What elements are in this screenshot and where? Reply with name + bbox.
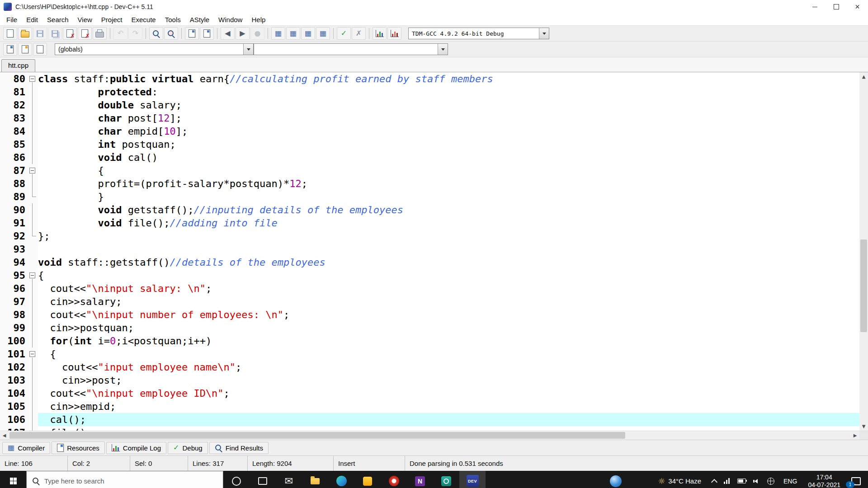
tab-label: Find Results (226, 444, 263, 452)
start-button[interactable] (0, 471, 26, 488)
new-source-button[interactable] (3, 27, 17, 40)
save-all-button[interactable] (48, 27, 62, 40)
notification-center-button[interactable]: 1 (846, 471, 868, 488)
taskbar-circle-app[interactable] (610, 475, 622, 487)
signal-icon (724, 478, 730, 484)
redo-button[interactable]: ↷ (128, 27, 142, 40)
scroll-left-button[interactable]: ◀ (0, 431, 9, 440)
file-explorer-app[interactable] (302, 471, 328, 488)
scrollbar-corner (859, 431, 868, 440)
menu-view[interactable]: View (73, 14, 97, 25)
insert-snippet-button[interactable] (3, 43, 17, 56)
rebuild-button[interactable]: ▦ (316, 27, 330, 40)
code-editor[interactable]: 80class staff:public virtual earn{//calc… (0, 72, 868, 431)
toggle-bookmark-button[interactable] (18, 43, 32, 56)
browser-app[interactable] (381, 471, 407, 488)
run-button[interactable]: ▦ (286, 27, 300, 40)
compiler-config-select[interactable]: TDM-GCC 4.9.2 64-bit Debug (408, 28, 549, 39)
menu-help[interactable]: Help (247, 14, 270, 25)
devcpp-app[interactable]: DEV (459, 471, 486, 488)
line-number: 91 (0, 216, 27, 230)
profile-button[interactable] (373, 27, 387, 40)
fold-toggle[interactable] (27, 347, 38, 361)
menu-window[interactable]: Window (214, 14, 247, 25)
stop-execution-button[interactable]: ✗ (352, 27, 366, 40)
taskbar-clock[interactable]: 17:04 04-07-2021 (802, 474, 846, 488)
code-area[interactable]: 80class staff:public virtual earn{//calc… (0, 72, 859, 431)
battery-indicator[interactable] (734, 471, 750, 488)
hidden-icons-chevron[interactable] (708, 471, 720, 488)
fold-margin (27, 334, 38, 347)
notes-app[interactable] (354, 471, 381, 488)
language-indicator[interactable]: ENG (778, 478, 802, 485)
back-button[interactable]: ◀ (221, 27, 235, 40)
tab-find-results[interactable]: Find Results (209, 442, 269, 454)
print-button[interactable] (93, 27, 107, 40)
horizontal-scroll-thumb[interactable] (9, 432, 625, 439)
compile-button[interactable]: ▦ (271, 27, 285, 40)
forward-button[interactable]: ▶ (236, 27, 250, 40)
fold-collapse-icon (29, 76, 35, 82)
win-icon: ▦ (8, 444, 14, 451)
fold-margin (27, 361, 38, 374)
undo-button[interactable]: ↶ (113, 27, 127, 40)
delete-profiling-button[interactable] (387, 27, 401, 40)
line-number: 85 (0, 138, 27, 151)
win-icon: ▦ (305, 30, 311, 37)
tab-compiler[interactable]: ▦Compiler (2, 442, 50, 454)
onenote-app[interactable]: N (407, 471, 433, 488)
code-text: int postquan; (38, 138, 859, 151)
class-browser-select[interactable]: (globals) (55, 43, 254, 55)
syntax-check-button[interactable]: ✓ (337, 27, 351, 40)
menu-file[interactable]: File (2, 14, 22, 25)
code-text: double salary; (38, 99, 859, 112)
scroll-down-button[interactable]: ▼ (859, 422, 868, 431)
scroll-right-button[interactable]: ▶ (851, 431, 859, 440)
chat-app[interactable] (433, 471, 459, 488)
open-button[interactable] (18, 27, 32, 40)
maximize-button[interactable] (826, 0, 847, 14)
code-line: 86 void cal() (0, 151, 859, 164)
close-button[interactable] (63, 27, 77, 40)
menu-edit[interactable]: Edit (22, 14, 42, 25)
menu-execute[interactable]: Execute (127, 14, 160, 25)
toolbar-separator (333, 28, 334, 39)
signal-indicator[interactable] (720, 471, 734, 488)
network-indicator[interactable] (764, 471, 778, 488)
tab-compile-log[interactable]: Compile Log (106, 442, 166, 454)
fold-toggle[interactable] (27, 269, 38, 282)
find-in-files-button[interactable] (185, 27, 199, 40)
find-button[interactable] (149, 27, 163, 40)
vertical-scrollbar[interactable]: ▲ ▼ (859, 72, 868, 431)
horizontal-scrollbar[interactable]: ◀ ▶ (0, 431, 868, 440)
taskbar-search[interactable]: Type here to search (26, 471, 223, 488)
goto-line-button[interactable] (200, 27, 214, 40)
menu-astyle[interactable]: AStyle (185, 14, 214, 25)
scroll-up-button[interactable]: ▲ (859, 72, 868, 81)
menu-project[interactable]: Project (97, 14, 127, 25)
save-button[interactable] (33, 27, 47, 40)
mail-app[interactable] (276, 471, 302, 488)
edge-app[interactable] (328, 471, 354, 488)
abort-button[interactable]: ● (250, 27, 264, 40)
minimize-button[interactable] (804, 0, 826, 14)
cortana-button[interactable] (223, 471, 250, 488)
menu-tools[interactable]: Tools (160, 14, 185, 25)
weather-widget[interactable]: ☼ 34°C Haze (651, 471, 708, 488)
vertical-scroll-thumb[interactable] (860, 239, 867, 332)
member-browser-select[interactable] (254, 43, 448, 55)
close-all-button[interactable] (78, 27, 92, 40)
tab-resources[interactable]: Resources (52, 441, 105, 454)
tab-htt-cpp[interactable]: htt.cpp (1, 59, 35, 72)
menu-search[interactable]: Search (42, 14, 73, 25)
volume-indicator[interactable] (750, 471, 764, 488)
fold-toggle[interactable] (27, 164, 38, 177)
code-line: 94void staff::getstaff()//details of the… (0, 256, 859, 269)
tab-debug[interactable]: ✓Debug (168, 442, 208, 454)
goto-bookmark-button[interactable] (33, 43, 47, 56)
replace-button[interactable] (164, 27, 178, 40)
compile-run-button[interactable]: ▦ (301, 27, 315, 40)
fold-toggle[interactable] (27, 72, 38, 85)
close-window-button[interactable]: × (847, 0, 868, 14)
task-view-button[interactable] (250, 471, 276, 488)
